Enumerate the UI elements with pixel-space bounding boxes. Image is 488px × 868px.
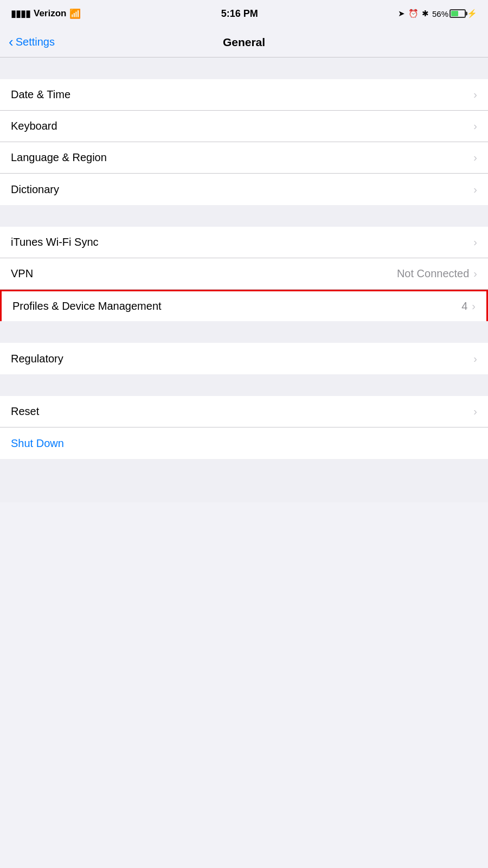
chevron-right-icon: › xyxy=(473,405,477,418)
charging-icon: ⚡ xyxy=(467,9,477,18)
row-label-dictionary: Dictionary xyxy=(11,183,59,196)
row-label-itunes-wifi-sync: iTunes Wi-Fi Sync xyxy=(11,236,99,248)
row-right-reset: › xyxy=(473,405,477,418)
status-time: 5:16 PM xyxy=(221,8,258,20)
bluetooth-icon: ✱ xyxy=(422,9,429,18)
row-label-keyboard: Keyboard xyxy=(11,120,57,132)
chevron-right-icon: › xyxy=(473,88,477,101)
settings-group-3: Regulatory › xyxy=(0,343,488,374)
row-right-regulatory: › xyxy=(473,353,477,365)
settings-group-4: Reset › Shut Down xyxy=(0,396,488,459)
chevron-right-icon: › xyxy=(473,120,477,132)
location-icon: ➤ xyxy=(398,9,405,18)
section-separator-bottom xyxy=(0,459,488,502)
section-separator-3 xyxy=(0,321,488,343)
row-label-regulatory: Regulatory xyxy=(11,353,63,365)
alarm-icon: ⏰ xyxy=(408,9,419,18)
battery-container: 56% ⚡ xyxy=(432,9,477,18)
row-label-date-time: Date & Time xyxy=(11,88,70,101)
back-label: Settings xyxy=(16,36,55,48)
chevron-right-icon: › xyxy=(473,151,477,164)
back-chevron-icon: ‹ xyxy=(9,35,14,49)
row-label-vpn: VPN xyxy=(11,267,33,280)
settings-row-language-region[interactable]: Language & Region › xyxy=(0,142,488,174)
row-label-reset: Reset xyxy=(11,405,39,418)
chevron-right-icon: › xyxy=(473,267,477,280)
battery-fill xyxy=(451,11,458,16)
settings-row-date-time[interactable]: Date & Time › xyxy=(0,79,488,111)
back-button[interactable]: ‹ Settings xyxy=(9,36,55,49)
settings-group-1: Date & Time › Keyboard › Language & Regi… xyxy=(0,79,488,205)
battery-icon xyxy=(450,9,466,18)
carrier-name: Verizon xyxy=(34,8,66,19)
row-right-date-time: › xyxy=(473,88,477,101)
status-bar: ▮▮▮▮ Verizon 📶 5:16 PM ➤ ⏰ ✱ 56% ⚡ xyxy=(0,0,488,27)
nav-bar: ‹ Settings General xyxy=(0,27,488,58)
signal-icon: ▮▮▮▮ xyxy=(11,8,30,20)
settings-row-profiles-device-mgmt[interactable]: Profiles & Device Management 4 › xyxy=(0,290,488,321)
row-label-profiles-device-mgmt: Profiles & Device Management xyxy=(12,300,162,312)
row-value-vpn: Not Connected xyxy=(397,267,469,280)
chevron-right-icon: › xyxy=(473,353,477,365)
page-title: General xyxy=(223,36,265,49)
row-label-language-region: Language & Region xyxy=(11,151,107,164)
row-right-profiles-device-mgmt: 4 › xyxy=(461,300,476,312)
settings-row-regulatory[interactable]: Regulatory › xyxy=(0,343,488,374)
battery-percent: 56% xyxy=(432,9,448,18)
settings-group-2: iTunes Wi-Fi Sync › VPN Not Connected › … xyxy=(0,227,488,321)
settings-row-shut-down[interactable]: Shut Down xyxy=(0,427,488,459)
row-value-profiles-device-mgmt: 4 xyxy=(461,300,467,312)
settings-row-itunes-wifi-sync[interactable]: iTunes Wi-Fi Sync › xyxy=(0,227,488,258)
settings-row-keyboard[interactable]: Keyboard › xyxy=(0,111,488,142)
status-right: ➤ ⏰ ✱ 56% ⚡ xyxy=(398,9,477,18)
row-right-vpn: Not Connected › xyxy=(397,267,477,280)
row-right-keyboard: › xyxy=(473,120,477,132)
section-separator-4 xyxy=(0,374,488,396)
row-right-language-region: › xyxy=(473,151,477,164)
chevron-right-icon: › xyxy=(472,300,476,312)
status-left: ▮▮▮▮ Verizon 📶 xyxy=(11,8,81,20)
settings-row-vpn[interactable]: VPN Not Connected › xyxy=(0,258,488,290)
chevron-right-icon: › xyxy=(473,183,477,196)
settings-row-dictionary[interactable]: Dictionary › xyxy=(0,174,488,205)
section-separator-top xyxy=(0,58,488,79)
row-right-itunes-wifi-sync: › xyxy=(473,236,477,248)
wifi-icon: 📶 xyxy=(69,8,81,20)
chevron-right-icon: › xyxy=(473,236,477,248)
settings-row-reset[interactable]: Reset › xyxy=(0,396,488,427)
row-right-dictionary: › xyxy=(473,183,477,196)
section-separator-2 xyxy=(0,205,488,227)
row-label-shut-down: Shut Down xyxy=(11,437,64,450)
